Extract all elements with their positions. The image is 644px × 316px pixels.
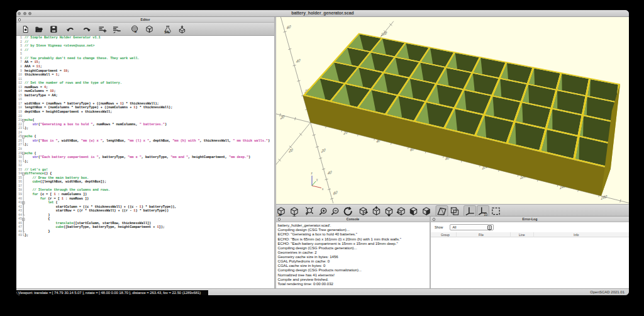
svg-text:»: » bbox=[135, 30, 137, 34]
svg-text:10: 10 bbox=[484, 213, 487, 217]
svg-text:STL: STL bbox=[165, 31, 170, 34]
